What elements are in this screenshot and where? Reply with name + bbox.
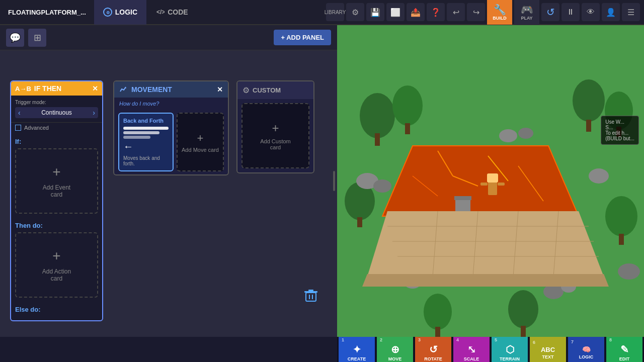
- share-button[interactable]: 📤: [407, 3, 425, 21]
- tab-code[interactable]: </> CODE: [146, 0, 197, 25]
- movement-panel: MOVEMENT ✕ How do I move? Back and Forth…: [113, 80, 229, 175]
- svg-point-34: [518, 128, 533, 139]
- svg-rect-9: [312, 295, 313, 299]
- tool-move[interactable]: 2 ⊕ MOVE: [377, 337, 413, 362]
- svg-rect-58: [435, 327, 440, 337]
- add-action-label: Add Actioncard: [42, 268, 71, 282]
- add-move-card-button[interactable]: + Add Move card: [177, 113, 224, 171]
- svg-rect-14: [375, 133, 380, 146]
- svg-point-57: [424, 294, 452, 330]
- movement-cards: Back and Forth ← Moves back and forth. +…: [114, 110, 228, 174]
- if-label: If:: [15, 138, 98, 145]
- tab-logic[interactable]: ⚙ LOGIC: [94, 0, 146, 25]
- panel-toolbar: 💬 ⊞ + ADD PANEL: [0, 25, 337, 50]
- tooltip-box: Use W... S... To edit h... (BUILD but...: [601, 116, 639, 145]
- svg-rect-24: [619, 234, 624, 245]
- movement-close[interactable]: ✕: [217, 85, 223, 94]
- if-then-close[interactable]: ✕: [92, 84, 98, 93]
- save-button[interactable]: 💾: [366, 3, 384, 21]
- eye-button[interactable]: 👁: [582, 3, 600, 21]
- svg-rect-52: [487, 173, 498, 183]
- tool-edit[interactable]: 8 ✎ EDIT: [606, 337, 642, 362]
- movement-card-title: Back and Forth: [123, 118, 169, 124]
- tool-text[interactable]: 6 ABC TEXT: [530, 337, 566, 362]
- redo-button[interactable]: ↪: [467, 3, 485, 21]
- menu-button[interactable]: ☰: [622, 3, 640, 21]
- build-button[interactable]: 🔧 BUILD: [487, 0, 512, 25]
- tool-scale[interactable]: 4 ⤡ SCALE: [453, 337, 490, 362]
- game-view: Use W... S... To edit h... (BUILD but...: [337, 25, 644, 337]
- svg-point-59: [508, 290, 538, 328]
- library-button[interactable]: LIBRARY: [326, 3, 344, 21]
- if-then-title: IF THEN: [34, 84, 89, 93]
- svg-rect-10: [304, 291, 317, 293]
- trigger-nav: ‹ Continuous ›: [15, 107, 98, 118]
- settings-button[interactable]: ⚙: [346, 3, 364, 21]
- logic-tool-icon: 🧠: [582, 345, 591, 353]
- svg-text:⚙: ⚙: [106, 11, 109, 15]
- svg-point-33: [499, 129, 517, 142]
- trigger-next[interactable]: ›: [93, 109, 95, 117]
- advanced-label: Advanced: [24, 125, 49, 131]
- if-then-panel: A→B IF THEN ✕ Trigger mode: ‹ Continuous…: [10, 80, 103, 321]
- trigger-mode: Trigger mode: ‹ Continuous ›: [11, 96, 102, 123]
- trigger-label: Trigger mode:: [15, 100, 98, 105]
- tooltip-line1: Use W...: [605, 119, 634, 125]
- svg-point-27: [589, 168, 609, 184]
- add-custom-card-button[interactable]: + Add Customcard: [242, 103, 309, 168]
- svg-marker-35: [382, 146, 579, 216]
- tooltip-line3: To edit h...: [605, 130, 634, 136]
- custom-header: ⚙ CUSTOM: [237, 81, 313, 99]
- add-action-plus-icon: +: [52, 248, 60, 264]
- back-and-forth-card[interactable]: Back and Forth ← Moves back and forth.: [118, 113, 174, 171]
- ab-icon: A→B: [15, 85, 31, 93]
- screen-button[interactable]: ⬜: [386, 3, 405, 21]
- else-section: Else do:: [11, 302, 102, 320]
- add-custom-plus-icon: +: [272, 121, 279, 135]
- terrain-svg: [337, 25, 644, 337]
- movement-arrow-visual: [123, 127, 169, 139]
- svg-marker-42: [367, 211, 604, 277]
- scale-icon: ⤡: [467, 343, 476, 355]
- svg-rect-18: [586, 120, 591, 132]
- add-move-plus-icon: +: [197, 132, 204, 145]
- play-button[interactable]: 🎮 PLAY: [514, 0, 539, 25]
- movement-header: MOVEMENT ✕: [114, 81, 228, 98]
- svg-rect-11: [308, 290, 313, 291]
- help-button[interactable]: ❓: [427, 3, 445, 21]
- svg-rect-54: [498, 183, 505, 186]
- pause-button[interactable]: ⏸: [561, 3, 580, 21]
- tool-rotate[interactable]: 3 ↺ ROTATE: [415, 337, 451, 362]
- topbar-right: LIBRARY ⚙ 💾 ⬜ 📤 ❓ ↩ ↪ 🔧 BUILD 🎮 PLAY ↺ ⏸…: [326, 0, 644, 25]
- svg-point-13: [360, 93, 395, 138]
- chat-button[interactable]: 💬: [6, 29, 24, 47]
- tool-logic[interactable]: 7 🧠 LOGIC: [568, 337, 604, 362]
- movement-subtitle: How do I move?: [114, 98, 228, 110]
- terrain-icon: ⬡: [506, 343, 514, 355]
- tool-create[interactable]: 1 ✦ CREATE: [339, 337, 375, 362]
- svg-rect-51: [488, 181, 497, 195]
- trash-button[interactable]: [300, 285, 322, 307]
- if-section: If: + Add Eventcard: [11, 134, 102, 218]
- add-move-label: Add Move card: [182, 147, 219, 153]
- profile-button[interactable]: 👤: [602, 3, 620, 21]
- undo-button[interactable]: ↩: [447, 3, 465, 21]
- trigger-value: Continuous: [41, 109, 72, 116]
- movement-title: MOVEMENT: [131, 85, 213, 94]
- rotate-icon: ↺: [429, 343, 438, 355]
- refresh-button[interactable]: ↺: [541, 3, 559, 21]
- tool-terrain[interactable]: 5 ⬡ TERRAIN: [492, 337, 528, 362]
- add-event-card-button[interactable]: + Add Eventcard: [15, 148, 98, 214]
- add-panel-button[interactable]: + ADD PANEL: [274, 30, 331, 45]
- svg-rect-53: [480, 183, 488, 186]
- gear-icon: ⚙: [243, 85, 250, 95]
- logic-icon: ⚙: [103, 8, 112, 17]
- advanced-checkbox[interactable]: [15, 125, 21, 131]
- add-action-card-button[interactable]: + Add Actioncard: [15, 232, 98, 298]
- trigger-prev[interactable]: ‹: [18, 109, 21, 117]
- focus-button[interactable]: ⊞: [28, 29, 46, 47]
- topbar: FLOATINGPLATFORM_... ⚙ LOGIC </> CODE LI…: [0, 0, 644, 25]
- custom-panel: ⚙ CUSTOM + Add Customcard: [236, 80, 314, 173]
- then-section: Then do: + Add Actioncard: [11, 218, 102, 302]
- svg-point-32: [618, 263, 640, 280]
